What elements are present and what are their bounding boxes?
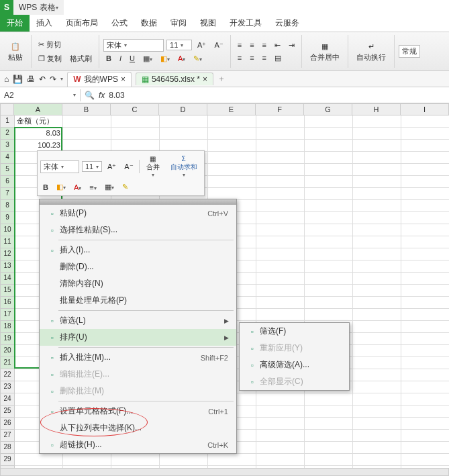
cell-I6[interactable] bbox=[401, 176, 449, 188]
cell-I24[interactable] bbox=[401, 393, 449, 406]
cell-I4[interactable] bbox=[401, 152, 449, 164]
cell-H18[interactable] bbox=[353, 321, 401, 333]
cell-F15[interactable] bbox=[256, 285, 305, 297]
mini-decrease-font[interactable]: A⁻ bbox=[121, 161, 136, 173]
col-header-B[interactable]: B bbox=[62, 103, 111, 115]
cell-G3[interactable] bbox=[305, 140, 353, 152]
cell-G10[interactable] bbox=[305, 224, 353, 236]
menu-drag-handle[interactable] bbox=[40, 199, 236, 205]
cell-I12[interactable] bbox=[401, 248, 449, 260]
cell-F25[interactable] bbox=[256, 406, 305, 418]
cell-G2[interactable] bbox=[305, 128, 353, 140]
col-header-G[interactable]: G bbox=[304, 103, 352, 115]
cell-F3[interactable] bbox=[256, 140, 305, 152]
row-header-20[interactable]: 20 bbox=[0, 345, 15, 357]
name-box-caret-icon[interactable]: ▾ bbox=[73, 92, 76, 98]
row-header-5[interactable]: 5 bbox=[0, 164, 15, 176]
border-button[interactable]: ▦▾ bbox=[140, 53, 155, 64]
cell-I13[interactable] bbox=[401, 260, 449, 273]
cell-F12[interactable] bbox=[256, 248, 305, 260]
cell-H17[interactable] bbox=[353, 309, 401, 321]
decrease-font-button[interactable]: A⁻ bbox=[211, 40, 226, 51]
menu-item[interactable]: 清除内容(N) bbox=[40, 275, 236, 292]
cell-I21[interactable] bbox=[401, 357, 449, 369]
cell-F5[interactable] bbox=[256, 164, 305, 176]
cell-I20[interactable] bbox=[401, 345, 449, 357]
cell-G15[interactable] bbox=[305, 285, 353, 297]
row-header-27[interactable]: 27 bbox=[0, 430, 15, 442]
cell-I9[interactable] bbox=[401, 212, 449, 224]
submenu-item[interactable]: ▫高级筛选(A)... bbox=[240, 356, 349, 373]
cell-F1[interactable] bbox=[256, 115, 305, 128]
cell-G28[interactable] bbox=[305, 442, 353, 454]
row-header-3[interactable]: 3 bbox=[0, 140, 15, 152]
auto-wrap-button[interactable]: ↵ 自动换行 bbox=[352, 39, 390, 64]
cell-H13[interactable] bbox=[353, 260, 401, 273]
mini-format-painter[interactable]: ✎ bbox=[119, 181, 131, 193]
cell-B29[interactable] bbox=[63, 454, 111, 466]
cell-E5[interactable] bbox=[208, 164, 256, 176]
cell-H29[interactable] bbox=[353, 454, 401, 466]
tab-insert[interactable]: 插入 bbox=[30, 15, 59, 32]
cell-I7[interactable] bbox=[401, 188, 449, 200]
select-all-corner[interactable] bbox=[0, 103, 14, 115]
tab-file[interactable]: ▦ 546456.xlsx * × bbox=[136, 73, 213, 85]
cell-I11[interactable] bbox=[401, 236, 449, 248]
row-header-28[interactable]: 28 bbox=[0, 442, 15, 454]
tab-devtools[interactable]: 开发工具 bbox=[223, 15, 268, 32]
row-header-22[interactable]: 22 bbox=[0, 369, 15, 381]
col-header-C[interactable]: C bbox=[111, 103, 159, 115]
cell-F17[interactable] bbox=[256, 309, 305, 321]
tab-review[interactable]: 审阅 bbox=[164, 15, 193, 32]
cell-E6[interactable] bbox=[208, 176, 256, 188]
tab-my-wps[interactable]: W 我的WPS × bbox=[67, 72, 132, 87]
mini-autosum-button[interactable]: Σ自动求和▾ bbox=[166, 154, 201, 179]
print-icon[interactable]: 🖶 bbox=[27, 75, 35, 84]
hscroll[interactable] bbox=[0, 468, 449, 476]
cell-B2[interactable] bbox=[63, 128, 111, 140]
menu-item[interactable]: ▫插入批注(M)...Shift+F2 bbox=[40, 349, 236, 366]
cell-A1[interactable]: 金额（元） bbox=[15, 115, 63, 128]
row-header-15[interactable]: 15 bbox=[0, 285, 15, 297]
cell-F26[interactable] bbox=[256, 418, 305, 430]
cell-I5[interactable] bbox=[401, 164, 449, 176]
row-header-25[interactable]: 25 bbox=[0, 406, 15, 418]
cell-F4[interactable] bbox=[256, 152, 305, 164]
cell-G9[interactable] bbox=[305, 212, 353, 224]
submenu-item[interactable]: ▫筛选(F) bbox=[240, 323, 349, 340]
align-left-button[interactable]: ≡ bbox=[235, 52, 244, 63]
fx-search-icon[interactable]: 🔍 bbox=[85, 91, 95, 100]
menu-item[interactable]: ▫插入(I)... bbox=[40, 242, 236, 258]
cell-H6[interactable] bbox=[353, 176, 401, 188]
col-header-H[interactable]: H bbox=[352, 103, 401, 115]
cell-H27[interactable] bbox=[353, 430, 401, 442]
row-header-1[interactable]: 1 bbox=[0, 115, 15, 128]
row-header-10[interactable]: 10 bbox=[0, 224, 15, 236]
home-icon[interactable]: ⌂ bbox=[4, 75, 9, 84]
row-header-19[interactable]: 19 bbox=[0, 333, 15, 345]
cell-I15[interactable] bbox=[401, 285, 449, 297]
cell-E2[interactable] bbox=[208, 128, 256, 140]
row-header-21[interactable]: 21 bbox=[0, 357, 15, 369]
close-tab-icon[interactable]: × bbox=[203, 75, 207, 84]
cell-H16[interactable] bbox=[353, 297, 401, 309]
menu-item[interactable]: ▫设置单元格格式(F)...Ctrl+1 bbox=[40, 403, 236, 420]
cell-F9[interactable] bbox=[256, 212, 305, 224]
close-tab-icon[interactable]: × bbox=[121, 75, 126, 84]
cell-D29[interactable] bbox=[160, 454, 208, 466]
copy-button[interactable]: ❐ 复制 bbox=[36, 52, 64, 65]
row-header-26[interactable]: 26 bbox=[0, 418, 15, 430]
cell-I16[interactable] bbox=[401, 297, 449, 309]
cell-F28[interactable] bbox=[256, 442, 305, 454]
menu-item[interactable]: 删除(D)... bbox=[40, 258, 236, 275]
cell-A2[interactable]: 8.03 bbox=[15, 128, 63, 140]
qat-caret-icon[interactable]: ▾ bbox=[60, 76, 63, 82]
cell-F24[interactable] bbox=[256, 393, 305, 406]
cell-G7[interactable] bbox=[305, 188, 353, 200]
cell-F14[interactable] bbox=[256, 273, 305, 285]
cell-F13[interactable] bbox=[256, 260, 305, 273]
align-top-button[interactable]: ≡ bbox=[235, 40, 244, 50]
row-header-2[interactable]: 2 bbox=[0, 128, 15, 140]
cell-E29[interactable] bbox=[208, 454, 256, 466]
cell-I3[interactable] bbox=[401, 140, 449, 152]
